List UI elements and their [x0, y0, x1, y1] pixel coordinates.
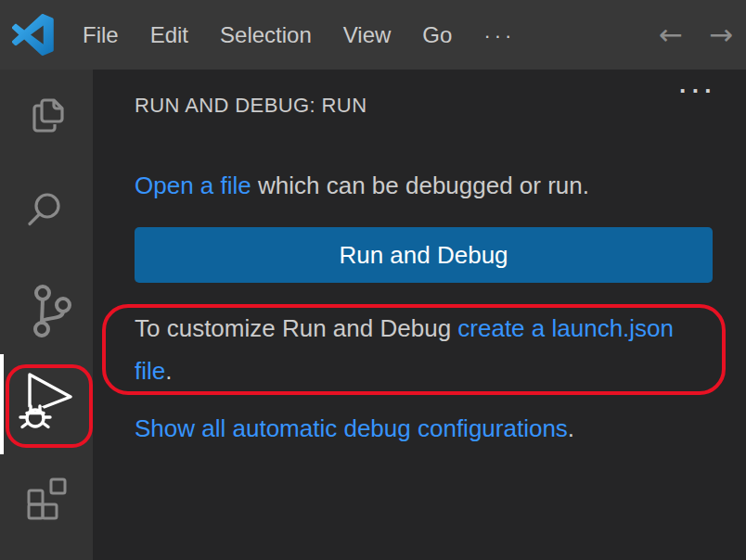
- menubar: File Edit Selection View Go ···: [67, 0, 531, 70]
- search-icon: [22, 186, 71, 235]
- customize-period: .: [165, 357, 172, 385]
- navigate-back-icon[interactable]: ←: [655, 20, 687, 49]
- vscode-window: { "titlebar": { "menu": ["File", "Edit",…: [0, 0, 746, 560]
- show-all-configurations-link[interactable]: Show all automatic debug configurations: [135, 414, 568, 442]
- activitybar-item-search[interactable]: [22, 186, 71, 235]
- navigate-forward-icon[interactable]: →: [705, 20, 737, 49]
- run-and-debug-button[interactable]: Run and Debug: [135, 227, 713, 283]
- titlebar: File Edit Selection View Go ··· ← →: [0, 0, 746, 70]
- menu-selection[interactable]: Selection: [204, 0, 328, 70]
- activitybar-item-extensions[interactable]: [22, 475, 72, 525]
- explorer-files-icon: [23, 93, 71, 141]
- show-all-period: .: [568, 414, 574, 442]
- customize-text-pre: To customize Run and Debug: [135, 314, 457, 342]
- show-all-line: Show all automatic debug configurations.: [135, 414, 574, 443]
- source-control-branch-icon: [24, 281, 72, 338]
- menu-file[interactable]: File: [67, 0, 135, 70]
- menu-edit[interactable]: Edit: [135, 0, 204, 70]
- activitybar-item-source-control[interactable]: [24, 281, 72, 338]
- run-and-debug-panel: RUN AND DEBUG: RUN ··· Open a file which…: [93, 70, 746, 560]
- menu-view[interactable]: View: [328, 0, 407, 70]
- intro-text: Open a file which can be debugged or run…: [135, 172, 589, 200]
- extensions-icon: [22, 475, 72, 525]
- activity-bar: [0, 70, 93, 560]
- customize-text: To customize Run and Debug create a laun…: [135, 307, 728, 392]
- menu-overflow-button[interactable]: ···: [468, 0, 531, 70]
- activitybar-item-run-and-debug[interactable]: [17, 373, 72, 434]
- create-launch-json-link[interactable]: create a launch.json: [457, 314, 674, 342]
- open-a-file-link[interactable]: Open a file: [135, 172, 251, 199]
- history-navigation: ← →: [655, 0, 737, 70]
- menu-go[interactable]: Go: [406, 0, 468, 70]
- create-launch-json-link-line2[interactable]: file: [135, 357, 165, 385]
- activitybar-item-explorer[interactable]: [23, 93, 71, 141]
- panel-more-actions-button[interactable]: ···: [679, 77, 717, 106]
- intro-text-rest: which can be debugged or run.: [251, 172, 589, 199]
- run-and-debug-icon: [17, 373, 72, 434]
- vscode-logo-icon: [12, 14, 54, 56]
- active-view-indicator: [0, 354, 4, 454]
- panel-title: RUN AND DEBUG: RUN: [135, 94, 367, 118]
